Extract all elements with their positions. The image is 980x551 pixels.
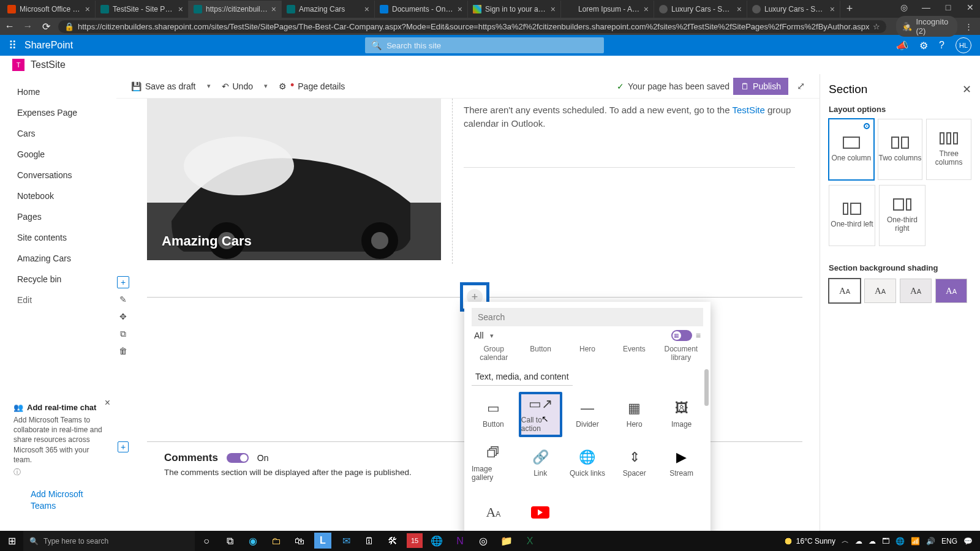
events-webpart[interactable]: There aren't any events scheduled. To ad… (452, 99, 802, 264)
chevron-down-icon[interactable]: ▾ (205, 82, 213, 90)
chevron-down-icon[interactable]: ▾ (488, 332, 496, 340)
app-launcher-icon[interactable]: ⠿ (9, 39, 15, 52)
edit-icon[interactable]: ✎ (117, 293, 129, 305)
close-icon[interactable]: × (178, 4, 183, 14)
wp-spacer[interactable]: ⇕Spacer (612, 441, 656, 486)
nav-item[interactable]: Conversations (0, 165, 116, 186)
wp-link[interactable]: 🔗Link (519, 441, 562, 486)
add-section-button[interactable]: + (117, 276, 129, 288)
app-icon[interactable]: 🛠 (381, 531, 404, 551)
help-icon[interactable]: ? (939, 40, 944, 51)
tab-0[interactable]: Microsoft Office Home× (2, 1, 96, 18)
nav-item[interactable]: Amazing Cars (0, 248, 116, 269)
volume-icon[interactable]: 🔊 (926, 537, 935, 545)
nav-item[interactable]: Home (0, 81, 116, 102)
url-field[interactable]: 🔒 https://citizenbuilders.sharepoint.com… (58, 20, 886, 33)
publish-button[interactable]: 🗒Publish (733, 78, 788, 95)
site-title[interactable]: TestSite (31, 59, 66, 70)
tab-1[interactable]: TestSite - Site Pages -× (96, 1, 189, 18)
shade-none[interactable]: AA (829, 279, 861, 303)
close-icon[interactable]: × (551, 4, 556, 14)
cast-icon[interactable]: ◎ (897, 2, 911, 12)
close-icon[interactable]: × (271, 4, 276, 14)
delete-icon[interactable]: 🗑 (117, 345, 129, 357)
shade-neutral[interactable]: AA (864, 279, 896, 303)
megaphone-icon[interactable]: 📣 (896, 40, 908, 51)
wp-call-to-action[interactable]: ▭↗Call to action↖ (519, 392, 562, 437)
wp-quick-links[interactable]: 🌐Quick links (566, 441, 609, 486)
toolbox-search[interactable]: Search (472, 308, 703, 326)
view-toggle[interactable]: ▦ (671, 330, 692, 341)
nav-item[interactable]: Recycle bin (0, 269, 116, 290)
shade-soft[interactable]: AA (900, 279, 932, 303)
incognito-badge[interactable]: 🕵Incognito (2) (896, 16, 957, 37)
lang-indicator[interactable]: ENG (941, 537, 957, 545)
shade-strong[interactable]: AA (935, 279, 967, 303)
site-link[interactable]: TestSite (732, 105, 764, 115)
expand-icon[interactable]: ⤢ (792, 80, 810, 92)
chevron-up-icon[interactable]: ︿ (842, 536, 849, 546)
add-section-button-lower[interactable]: + (118, 441, 129, 452)
back-icon[interactable]: ← (4, 21, 16, 32)
search-input[interactable] (386, 41, 598, 50)
wp-image[interactable]: 🖼Image (660, 392, 703, 437)
move-icon[interactable]: ✥ (117, 310, 129, 323)
scrollbar[interactable] (704, 369, 709, 406)
menu-icon[interactable]: ⋮ (965, 22, 973, 31)
onedrive-icon[interactable]: ☁ (855, 537, 862, 545)
chrome-icon[interactable]: 🌐 (425, 531, 448, 551)
close-icon[interactable]: × (105, 396, 110, 410)
layout-two-columns[interactable]: Two columns (878, 119, 923, 180)
reload-icon[interactable]: ⟳ (40, 21, 52, 32)
minimize-icon[interactable]: — (919, 2, 933, 12)
taskbar-search[interactable]: 🔍Type here to search (23, 531, 195, 551)
store-icon[interactable]: 🛍 (288, 531, 311, 551)
suite-search[interactable]: 🔍 (365, 37, 604, 53)
undo-button[interactable]: ↶Undo (217, 79, 258, 94)
notifications-icon[interactable]: 💬 (963, 537, 973, 545)
nav-item[interactable]: Google (0, 144, 116, 165)
mail-icon[interactable]: ✉ (334, 531, 358, 551)
wp-divider[interactable]: —Divider (566, 392, 609, 437)
new-tab-button[interactable]: + (840, 2, 859, 15)
info-icon[interactable]: ⓘ (13, 467, 103, 477)
wp-image-gallery[interactable]: 🗇Image gallery (472, 441, 515, 486)
maximize-icon[interactable]: □ (941, 2, 956, 12)
tab-3[interactable]: Amazing Cars× (282, 1, 375, 18)
close-window-icon[interactable]: ✕ (963, 2, 978, 12)
task-view-icon[interactable]: ⧉ (218, 531, 241, 551)
filter-all[interactable]: All (474, 331, 484, 340)
onedrive-icon[interactable]: ☁ (869, 537, 876, 545)
tab-8[interactable]: Luxury Cars - Sedans,× (747, 1, 840, 18)
wp-text[interactable]: AA (472, 490, 515, 531)
star-icon[interactable]: ☆ (873, 22, 880, 31)
layout-three-columns[interactable]: Three columns (926, 119, 971, 180)
tab-7[interactable]: Luxury Cars - Sedans,× (654, 1, 747, 18)
layout-one-third-left[interactable]: One-third left (829, 185, 875, 246)
nav-item[interactable]: Cars (0, 123, 116, 144)
app-icon[interactable]: 📁 (495, 531, 518, 551)
site-logo[interactable]: T (12, 59, 24, 71)
close-icon[interactable]: × (364, 4, 369, 14)
list-view-icon[interactable]: ≡ (696, 331, 701, 340)
layout-one-column[interactable]: One column (829, 119, 874, 180)
nav-item[interactable]: Site contents (0, 227, 116, 248)
save-draft-button[interactable]: 💾Save as draft (126, 79, 201, 94)
weather-widget[interactable]: 16°C Sunny (784, 537, 835, 545)
tab-2[interactable]: https://citizenbuilders× (189, 1, 282, 18)
cortana-icon[interactable]: ○ (195, 531, 218, 551)
obs-icon[interactable]: ◎ (472, 531, 495, 551)
comments-toggle[interactable] (227, 453, 249, 463)
page-details-button[interactable]: ⚙•Page details (274, 79, 350, 94)
close-icon[interactable]: ✕ (962, 83, 971, 96)
close-icon[interactable]: × (830, 4, 835, 14)
app-icon[interactable]: 🗓 (358, 531, 381, 551)
tab-5[interactable]: Sign in to your account× (468, 1, 561, 18)
wp-youtube[interactable] (519, 490, 562, 531)
onenote-icon[interactable]: N (448, 531, 472, 551)
nav-edit[interactable]: Edit (0, 290, 116, 310)
wp-hero[interactable]: ▦Hero (612, 392, 656, 437)
avatar[interactable]: HL (956, 37, 971, 53)
gear-icon[interactable]: ⚙ (919, 40, 928, 51)
copy-icon[interactable]: ⧉ (117, 328, 129, 340)
